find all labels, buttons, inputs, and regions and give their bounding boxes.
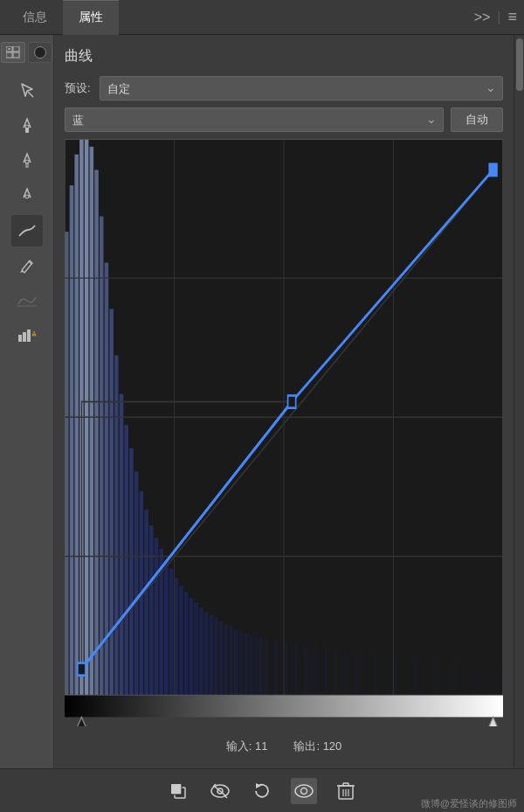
svg-rect-86 bbox=[288, 396, 296, 408]
svg-rect-73 bbox=[413, 658, 417, 695]
svg-rect-87 bbox=[489, 163, 497, 176]
svg-rect-38 bbox=[149, 525, 154, 696]
delete-button[interactable] bbox=[333, 778, 359, 804]
eyedropper-black-icon[interactable] bbox=[11, 180, 43, 212]
svg-rect-58 bbox=[249, 635, 253, 696]
svg-rect-56 bbox=[239, 630, 244, 695]
svg-rect-52 bbox=[219, 621, 224, 696]
output-label: 输出: 120 bbox=[293, 739, 341, 754]
panel-title: 曲线 bbox=[65, 47, 93, 66]
svg-rect-22 bbox=[70, 185, 74, 696]
svg-rect-17 bbox=[27, 330, 31, 342]
svg-rect-85 bbox=[78, 663, 86, 675]
svg-rect-44 bbox=[179, 586, 183, 696]
svg-rect-55 bbox=[234, 629, 238, 696]
svg-rect-39 bbox=[155, 538, 159, 695]
svg-line-6 bbox=[28, 92, 33, 97]
svg-point-102 bbox=[295, 785, 313, 797]
pencil-tool-icon[interactable] bbox=[11, 250, 43, 281]
svg-rect-16 bbox=[23, 332, 26, 342]
svg-rect-92 bbox=[171, 784, 182, 795]
scrollbar-thumb[interactable] bbox=[516, 38, 523, 91]
eyedropper-gray-icon[interactable] bbox=[11, 145, 43, 177]
visibility-button[interactable] bbox=[291, 778, 317, 804]
svg-rect-3 bbox=[13, 52, 19, 58]
svg-rect-60 bbox=[259, 638, 263, 695]
svg-rect-46 bbox=[190, 598, 194, 695]
main-content: 曲线 预设: 自定 线性 中对比度 高对比度 变亮 变暗 RGB 红 bbox=[54, 35, 514, 768]
svg-rect-64 bbox=[293, 644, 298, 695]
pointer-tool[interactable] bbox=[11, 75, 43, 107]
svg-rect-75 bbox=[453, 662, 458, 696]
svg-rect-50 bbox=[209, 615, 213, 696]
svg-rect-29 bbox=[105, 262, 109, 695]
svg-rect-2 bbox=[6, 52, 12, 58]
tab-properties[interactable]: 属性 bbox=[63, 0, 119, 35]
svg-line-98 bbox=[214, 786, 226, 796]
svg-rect-59 bbox=[254, 636, 259, 695]
toolbar bbox=[0, 35, 54, 768]
preset-select-wrapper: 自定 线性 中对比度 高对比度 变亮 变暗 bbox=[100, 76, 503, 101]
svg-rect-28 bbox=[100, 216, 104, 695]
curve-graph[interactable] bbox=[65, 139, 503, 726]
scrollbar bbox=[514, 35, 524, 768]
preset-label: 预设: bbox=[65, 80, 93, 96]
svg-rect-69 bbox=[343, 652, 348, 696]
svg-rect-31 bbox=[114, 356, 119, 696]
menu-icon[interactable]: ≡ bbox=[507, 8, 517, 26]
svg-rect-15 bbox=[18, 335, 22, 342]
reset-button[interactable] bbox=[249, 778, 275, 804]
clip-button[interactable] bbox=[165, 778, 191, 804]
svg-rect-26 bbox=[90, 147, 94, 696]
svg-point-103 bbox=[301, 788, 307, 794]
svg-rect-66 bbox=[314, 648, 318, 696]
auto-button[interactable]: 自动 bbox=[451, 108, 503, 132]
svg-rect-51 bbox=[214, 618, 218, 695]
svg-rect-61 bbox=[264, 640, 268, 696]
preset-select[interactable]: 自定 线性 中对比度 高对比度 变亮 变暗 bbox=[100, 76, 503, 101]
svg-rect-21 bbox=[65, 232, 69, 696]
eyedropper-white-icon[interactable] bbox=[11, 110, 43, 142]
input-label: 输入: 11 bbox=[226, 739, 268, 754]
svg-rect-62 bbox=[274, 642, 279, 696]
adjustment-grid-icon[interactable] bbox=[1, 42, 25, 63]
svg-rect-77 bbox=[493, 664, 498, 695]
svg-rect-65 bbox=[304, 646, 308, 696]
svg-rect-32 bbox=[120, 394, 124, 696]
io-row: 输入: 11 输出: 120 bbox=[65, 733, 503, 760]
svg-rect-47 bbox=[194, 603, 198, 696]
svg-rect-72 bbox=[394, 656, 398, 695]
svg-rect-45 bbox=[184, 592, 189, 695]
svg-rect-71 bbox=[374, 656, 378, 696]
smooth-tool-icon[interactable] bbox=[11, 285, 43, 316]
svg-rect-67 bbox=[324, 649, 328, 696]
svg-rect-30 bbox=[109, 309, 114, 696]
curve-tool-icon[interactable] bbox=[11, 215, 43, 246]
svg-rect-54 bbox=[229, 626, 233, 696]
svg-rect-1 bbox=[13, 46, 19, 52]
svg-rect-27 bbox=[94, 170, 99, 695]
svg-rect-49 bbox=[204, 612, 209, 695]
tab-bar: 信息 属性 >> | ≡ bbox=[0, 0, 524, 35]
channel-select[interactable]: RGB 红 绿 蓝 bbox=[65, 108, 444, 132]
preset-row: 预设: 自定 线性 中对比度 高对比度 变亮 变暗 bbox=[65, 76, 503, 101]
svg-rect-76 bbox=[473, 663, 478, 695]
svg-rect-42 bbox=[169, 569, 174, 696]
svg-rect-34 bbox=[129, 448, 134, 696]
svg-marker-91 bbox=[485, 717, 500, 726]
svg-rect-70 bbox=[354, 654, 358, 696]
svg-rect-43 bbox=[175, 578, 179, 695]
watermark: 微博@爱怪谈的修图师 bbox=[421, 797, 517, 810]
svg-rect-74 bbox=[433, 660, 438, 696]
expand-icon[interactable]: >> bbox=[474, 10, 491, 25]
svg-rect-63 bbox=[284, 643, 288, 696]
tab-info[interactable]: 信息 bbox=[7, 0, 63, 35]
svg-rect-35 bbox=[134, 471, 139, 695]
eye-alt-button[interactable] bbox=[207, 778, 233, 804]
svg-marker-90 bbox=[73, 717, 89, 726]
mask-circle-icon[interactable] bbox=[28, 42, 52, 63]
svg-rect-23 bbox=[74, 155, 79, 696]
tab-actions: >> | ≡ bbox=[474, 8, 517, 26]
svg-rect-41 bbox=[164, 559, 169, 696]
histogram-warning-icon[interactable] bbox=[11, 320, 43, 351]
